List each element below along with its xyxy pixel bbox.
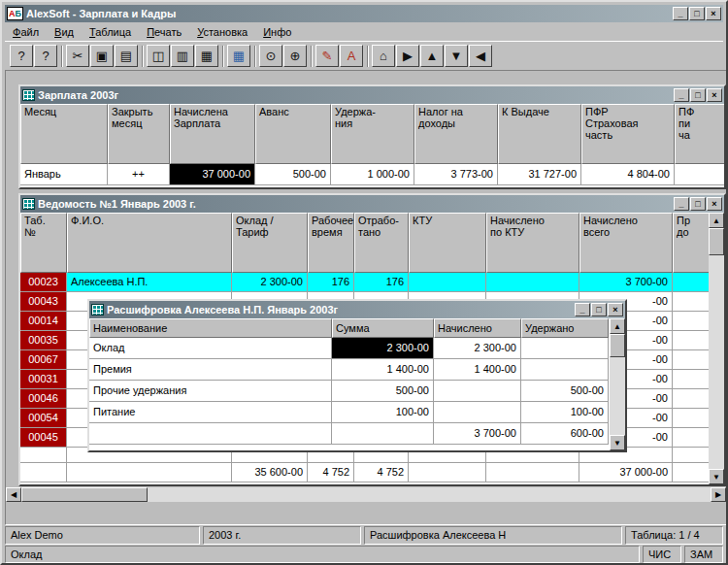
cell[interactable]: 3 700-00 xyxy=(579,273,673,292)
scroll-down-icon[interactable]: ▼ xyxy=(709,469,724,484)
cell[interactable]: 2 300-00 xyxy=(332,338,434,359)
close-button[interactable]: × xyxy=(707,197,722,211)
maximize-button[interactable]: □ xyxy=(689,7,705,20)
table-row[interactable]: Оклад2 300-002 300-00 xyxy=(89,338,610,359)
cell[interactable]: 1 000-00 xyxy=(331,164,414,185)
menu-info[interactable]: Инфо xyxy=(255,24,299,40)
minimize-button[interactable]: _ xyxy=(674,88,689,102)
cell[interactable]: 35 600-00 xyxy=(232,463,308,482)
nav-prev-icon[interactable]: ◀ xyxy=(469,45,492,67)
minimize-button[interactable]: _ xyxy=(674,197,689,211)
column-header[interactable]: Начислена Зарплата xyxy=(170,104,255,164)
maximize-button[interactable]: □ xyxy=(690,88,706,102)
table-row[interactable]: 35 600-004 7524 75237 000-00 xyxy=(20,463,709,482)
cell[interactable] xyxy=(89,423,332,445)
column-header[interactable]: Аванс xyxy=(255,104,331,164)
cell[interactable] xyxy=(673,448,709,463)
column-header[interactable]: Месяц xyxy=(20,104,108,164)
context-help-icon[interactable]: ? xyxy=(34,45,57,67)
scroll-right-icon[interactable]: ▶ xyxy=(711,487,726,502)
cut-icon[interactable]: ✂ xyxy=(66,45,89,67)
column-header[interactable]: Пр до xyxy=(673,213,709,273)
column-header[interactable]: Налог на доходы xyxy=(414,104,498,164)
menu-print[interactable]: Печать xyxy=(139,24,189,40)
find-icon[interactable]: ⊙ xyxy=(259,45,282,67)
cell[interactable]: 100-00 xyxy=(521,402,609,423)
cell[interactable]: 37 000-00 xyxy=(579,463,673,482)
cell[interactable]: 176 xyxy=(308,273,354,292)
cell[interactable]: 37 000-00 xyxy=(170,164,255,185)
cell[interactable] xyxy=(673,273,709,292)
column-header[interactable]: Закрыть месяц xyxy=(108,104,170,164)
column-header[interactable]: ПФ пи ча xyxy=(675,104,724,164)
nav-down-icon[interactable]: ▼ xyxy=(445,45,468,67)
maximize-button[interactable]: □ xyxy=(591,303,607,316)
cell[interactable] xyxy=(409,463,486,482)
cell[interactable] xyxy=(20,448,67,463)
cell[interactable]: Премия xyxy=(89,359,332,381)
cell[interactable] xyxy=(673,331,709,350)
cell[interactable]: 500-00 xyxy=(332,381,434,402)
cell[interactable]: Алексеева Н.П. xyxy=(67,273,232,292)
column-header[interactable]: Удержано xyxy=(521,318,609,338)
column-header[interactable]: Ф.И.О. xyxy=(67,213,232,273)
nav-next-icon[interactable]: ▶ xyxy=(396,45,419,67)
cell[interactable]: 00031 xyxy=(20,370,67,389)
scrollbar-thumb[interactable] xyxy=(21,487,148,502)
cell[interactable]: 31 727-00 xyxy=(498,164,581,185)
print-setup-icon[interactable]: ▥ xyxy=(171,45,194,67)
cell[interactable] xyxy=(673,312,709,331)
maximize-button[interactable]: □ xyxy=(690,197,706,211)
cell[interactable]: 100-00 xyxy=(332,402,434,423)
cell[interactable]: 1 400-00 xyxy=(434,359,521,381)
cell[interactable]: 00046 xyxy=(20,389,67,409)
cell[interactable]: Питание xyxy=(89,402,332,423)
cell[interactable]: 600-00 xyxy=(521,423,609,445)
cell[interactable]: Прочие удержания xyxy=(89,381,332,402)
menu-table[interactable]: Таблица xyxy=(82,24,139,40)
table-row[interactable]: Январь++37 000-00500-001 000-003 773-003… xyxy=(20,164,724,185)
column-header[interactable]: Оклад / Тариф xyxy=(232,213,308,273)
cell[interactable] xyxy=(673,292,709,312)
column-header[interactable]: К Выдаче xyxy=(498,104,581,164)
cell[interactable]: 500-00 xyxy=(255,164,331,185)
cell[interactable]: 1 400-00 xyxy=(332,359,434,381)
vertical-scrollbar[interactable]: ▲ ▼ xyxy=(709,213,724,484)
nav-up-icon[interactable]: ▲ xyxy=(420,45,444,67)
cell[interactable]: 00014 xyxy=(20,312,67,331)
cell[interactable] xyxy=(675,164,724,185)
column-header[interactable]: Начислено xyxy=(434,318,521,338)
vedomost-window-titlebar[interactable]: Ведомость №1 Январь 2003 г. _ □ × xyxy=(20,195,724,213)
horizontal-scrollbar[interactable]: ◀ ▶ xyxy=(6,487,726,502)
scroll-up-icon[interactable]: ▲ xyxy=(709,213,724,228)
cell[interactable]: 176 xyxy=(354,273,409,292)
column-header[interactable]: Отрабо- тано xyxy=(354,213,409,273)
cell[interactable]: 00043 xyxy=(20,292,67,312)
column-header[interactable]: Наименование xyxy=(89,318,332,338)
home-icon[interactable]: ⌂ xyxy=(372,45,395,67)
cell[interactable] xyxy=(673,350,709,370)
menu-setup[interactable]: Установка xyxy=(189,24,255,40)
cell[interactable]: 4 804-00 xyxy=(581,164,675,185)
cell[interactable]: 3 700-00 xyxy=(434,423,521,445)
cell[interactable] xyxy=(521,359,609,381)
scrollbar-track[interactable] xyxy=(148,487,711,502)
salary-window-titlebar[interactable]: Зарплата 2003г _ □ × xyxy=(20,86,724,104)
cell[interactable]: 2 300-00 xyxy=(232,273,308,292)
scroll-up-icon[interactable]: ▲ xyxy=(610,318,625,334)
titlebar[interactable]: АБ AlexSoft - Зарплата и Кадры _ □ × xyxy=(5,5,723,22)
column-header[interactable]: ПФР Страховая часть xyxy=(581,104,675,164)
cell[interactable] xyxy=(673,370,709,389)
close-button[interactable]: × xyxy=(608,303,623,316)
cell[interactable] xyxy=(521,338,609,359)
minimize-button[interactable]: _ xyxy=(673,7,688,20)
cell[interactable] xyxy=(673,389,709,409)
minimize-button[interactable]: _ xyxy=(575,303,590,316)
cell[interactable] xyxy=(434,402,521,423)
close-button[interactable]: × xyxy=(707,88,722,102)
column-header[interactable]: Таб. № xyxy=(20,213,67,273)
print-preview-icon[interactable]: ◫ xyxy=(147,45,170,67)
column-header[interactable]: Начислено всего xyxy=(579,213,673,273)
cell[interactable]: 4 752 xyxy=(308,463,354,482)
scrollbar-thumb[interactable] xyxy=(610,334,625,357)
